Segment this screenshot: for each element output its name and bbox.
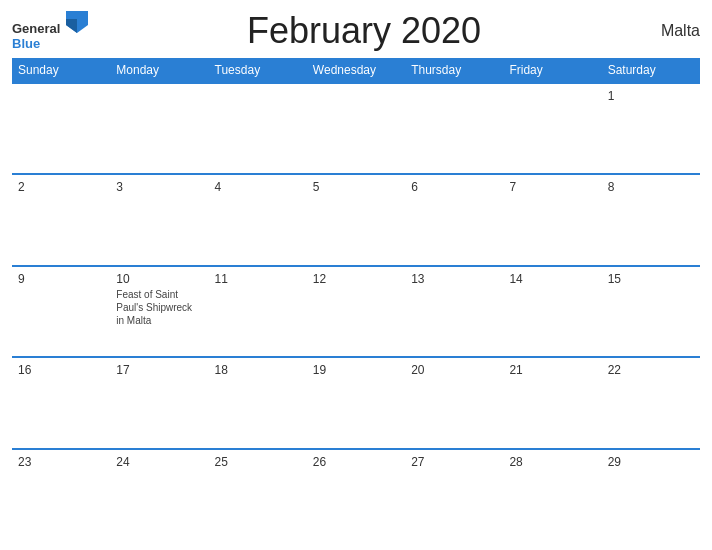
calendar-cell: 28	[503, 449, 601, 540]
calendar-cell: 26	[307, 449, 405, 540]
day-number: 4	[215, 180, 301, 194]
logo-general-text: General	[12, 21, 60, 36]
calendar-cell: 22	[602, 357, 700, 448]
calendar-cell: 2	[12, 174, 110, 265]
day-number: 7	[509, 180, 595, 194]
day-number: 21	[509, 363, 595, 377]
weekday-header-saturday: Saturday	[602, 58, 700, 83]
calendar-cell	[503, 83, 601, 174]
weekday-header-tuesday: Tuesday	[209, 58, 307, 83]
calendar-week-row: 23242526272829	[12, 449, 700, 540]
day-number: 27	[411, 455, 497, 469]
day-number: 5	[313, 180, 399, 194]
day-number: 15	[608, 272, 694, 286]
calendar-cell: 23	[12, 449, 110, 540]
svg-marker-1	[66, 19, 77, 33]
calendar-cell: 13	[405, 266, 503, 357]
day-number: 24	[116, 455, 202, 469]
calendar-week-row: 16171819202122	[12, 357, 700, 448]
calendar-cell: 20	[405, 357, 503, 448]
calendar-cell: 25	[209, 449, 307, 540]
calendar-header: General Blue February 2020 Malta	[12, 10, 700, 52]
country-label: Malta	[640, 22, 700, 40]
calendar-cell: 6	[405, 174, 503, 265]
calendar-cell: 19	[307, 357, 405, 448]
day-number: 29	[608, 455, 694, 469]
calendar-cell: 4	[209, 174, 307, 265]
day-number: 14	[509, 272, 595, 286]
calendar-cell: 15	[602, 266, 700, 357]
calendar-cell: 5	[307, 174, 405, 265]
calendar-cell: 9	[12, 266, 110, 357]
weekday-header-friday: Friday	[503, 58, 601, 83]
calendar-container: General Blue February 2020 Malta SundayM…	[0, 0, 712, 550]
day-number: 11	[215, 272, 301, 286]
calendar-cell: 3	[110, 174, 208, 265]
calendar-body: 12345678910Feast of Saint Paul's Shipwre…	[12, 83, 700, 540]
calendar-cell: 11	[209, 266, 307, 357]
calendar-cell: 8	[602, 174, 700, 265]
calendar-cell: 1	[602, 83, 700, 174]
day-number: 1	[608, 89, 694, 103]
calendar-week-row: 910Feast of Saint Paul's Shipwreck in Ma…	[12, 266, 700, 357]
day-number: 8	[608, 180, 694, 194]
calendar-cell: 21	[503, 357, 601, 448]
logo: General Blue	[12, 11, 88, 51]
calendar-header-row: SundayMondayTuesdayWednesdayThursdayFrid…	[12, 58, 700, 83]
day-number: 18	[215, 363, 301, 377]
weekday-header-wednesday: Wednesday	[307, 58, 405, 83]
calendar-cell: 18	[209, 357, 307, 448]
logo-blue-text: Blue	[12, 36, 40, 51]
weekday-header-thursday: Thursday	[405, 58, 503, 83]
day-number: 3	[116, 180, 202, 194]
calendar-cell: 7	[503, 174, 601, 265]
day-number: 16	[18, 363, 104, 377]
logo-icon	[66, 11, 88, 33]
calendar-cell: 10Feast of Saint Paul's Shipwreck in Mal…	[110, 266, 208, 357]
calendar-cell: 27	[405, 449, 503, 540]
calendar-cell	[405, 83, 503, 174]
month-title: February 2020	[88, 10, 640, 52]
calendar-cell: 17	[110, 357, 208, 448]
day-number: 17	[116, 363, 202, 377]
calendar-table: SundayMondayTuesdayWednesdayThursdayFrid…	[12, 58, 700, 540]
calendar-cell	[307, 83, 405, 174]
calendar-cell: 14	[503, 266, 601, 357]
day-number: 20	[411, 363, 497, 377]
day-number: 10	[116, 272, 202, 286]
calendar-cell	[209, 83, 307, 174]
calendar-week-row: 1	[12, 83, 700, 174]
day-number: 22	[608, 363, 694, 377]
calendar-week-row: 2345678	[12, 174, 700, 265]
calendar-cell: 24	[110, 449, 208, 540]
day-number: 19	[313, 363, 399, 377]
calendar-cell	[12, 83, 110, 174]
day-number: 9	[18, 272, 104, 286]
day-number: 6	[411, 180, 497, 194]
calendar-cell: 12	[307, 266, 405, 357]
weekday-header-monday: Monday	[110, 58, 208, 83]
weekday-header-sunday: Sunday	[12, 58, 110, 83]
day-number: 25	[215, 455, 301, 469]
day-number: 28	[509, 455, 595, 469]
calendar-cell: 29	[602, 449, 700, 540]
day-number: 12	[313, 272, 399, 286]
calendar-cell	[110, 83, 208, 174]
day-number: 23	[18, 455, 104, 469]
day-number: 26	[313, 455, 399, 469]
day-number: 13	[411, 272, 497, 286]
calendar-cell: 16	[12, 357, 110, 448]
day-number: 2	[18, 180, 104, 194]
event-label: Feast of Saint Paul's Shipwreck in Malta	[116, 288, 202, 327]
